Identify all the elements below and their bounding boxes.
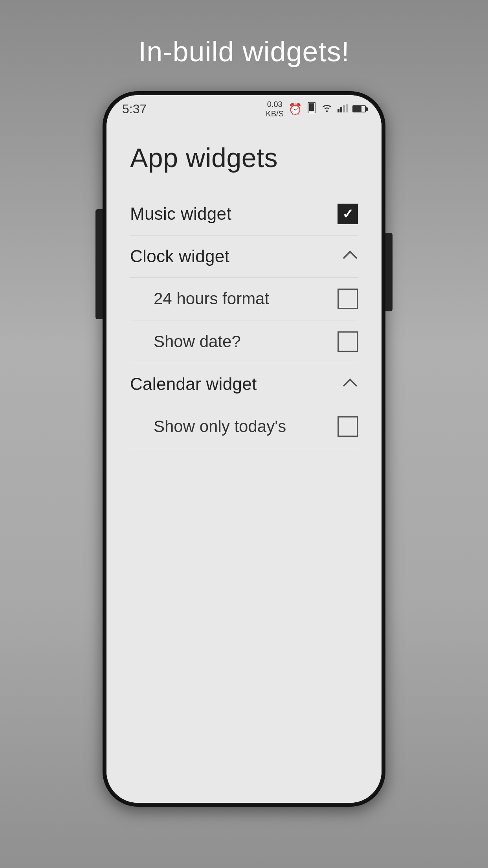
show-date-label: Show date? — [154, 332, 241, 351]
svg-rect-5 — [343, 105, 345, 112]
24-hours-label: 24 hours format — [154, 289, 269, 308]
alarm-icon: ⏰ — [288, 103, 302, 116]
music-widget-checkbox[interactable] — [338, 204, 358, 224]
24-hours-checkbox[interactable] — [338, 289, 358, 309]
signal-icon — [338, 103, 348, 115]
svg-point-2 — [326, 110, 328, 112]
24-hours-row[interactable]: 24 hours format — [130, 278, 358, 320]
status-bar: 5:37 0.03KB/S ⏰ — [106, 95, 382, 123]
show-date-checkbox[interactable] — [338, 331, 358, 352]
show-only-todays-row[interactable]: Show only today's — [130, 405, 358, 448]
status-time: 5:37 — [122, 102, 147, 116]
music-widget-label: Music widget — [130, 204, 231, 224]
page-heading: In-build widgets! — [138, 35, 349, 68]
svg-rect-4 — [340, 107, 342, 112]
phone-shell: 5:37 0.03KB/S ⏰ — [103, 91, 385, 807]
battery-icon — [352, 105, 366, 112]
show-only-todays-label: Show only today's — [154, 417, 286, 436]
wifi-icon — [321, 103, 333, 115]
clock-widget-row[interactable]: Clock widget — [130, 235, 358, 278]
status-icons: 0.03KB/S ⏰ — [266, 99, 366, 118]
music-widget-row[interactable]: Music widget — [130, 193, 358, 235]
svg-rect-3 — [338, 109, 339, 112]
app-title: App widgets — [130, 142, 358, 173]
phone-screen: 5:37 0.03KB/S ⏰ — [106, 95, 382, 803]
clock-widget-chevron[interactable] — [342, 248, 358, 264]
calendar-widget-label: Calendar widget — [130, 374, 257, 394]
network-speed: 0.03KB/S — [266, 99, 284, 118]
device-icon — [307, 102, 316, 116]
calendar-widget-chevron[interactable] — [342, 376, 358, 392]
calendar-widget-row[interactable]: Calendar widget — [130, 363, 358, 405]
svg-rect-6 — [346, 104, 348, 112]
app-content: App widgets Music widget Clock widget 24… — [106, 123, 382, 803]
clock-widget-label: Clock widget — [130, 246, 229, 266]
show-date-row[interactable]: Show date? — [130, 320, 358, 363]
svg-rect-1 — [309, 103, 314, 111]
show-only-todays-checkbox[interactable] — [338, 416, 358, 437]
